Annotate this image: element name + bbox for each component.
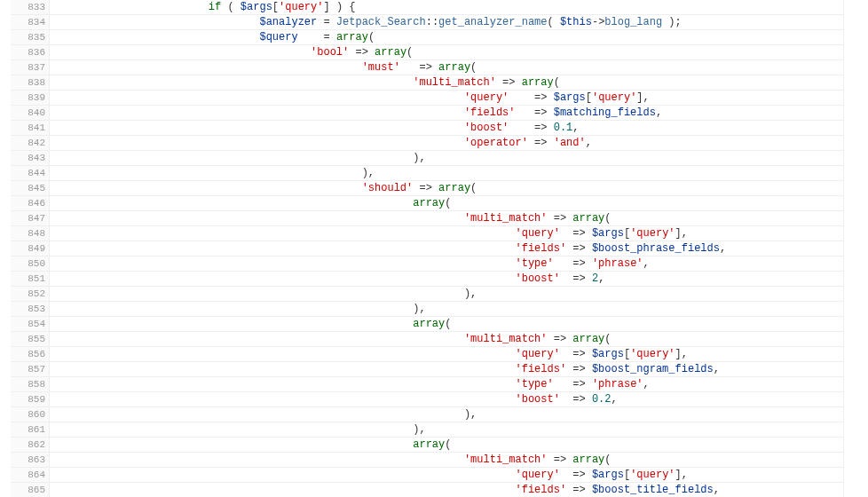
code-line[interactable]: 836 'bool' => array(: [11, 45, 844, 60]
code-cell: ),: [50, 166, 844, 180]
line-number[interactable]: 844: [11, 166, 50, 180]
code-line[interactable]: 851 'boost' => 2,: [11, 272, 844, 287]
line-number[interactable]: 842: [11, 136, 50, 150]
code-cell: 'query' => $args['query'],: [50, 347, 844, 361]
code-line[interactable]: 841 'boost' => 0.1,: [11, 121, 844, 136]
code-cell: if ( $args['query'] ) {: [50, 0, 844, 14]
code-line[interactable]: 864 'query' => $args['query'],: [11, 468, 844, 483]
line-number[interactable]: 833: [11, 0, 50, 14]
line-number[interactable]: 836: [11, 45, 50, 59]
line-number[interactable]: 865: [11, 483, 50, 497]
line-number[interactable]: 848: [11, 226, 50, 241]
line-number[interactable]: 864: [11, 468, 50, 482]
line-number[interactable]: 857: [11, 362, 50, 376]
code-cell: ),: [50, 422, 844, 437]
line-number[interactable]: 840: [11, 106, 50, 120]
code-line[interactable]: 850 'type' => 'phrase',: [11, 256, 844, 272]
code-cell: 'multi_match' => array(: [50, 211, 844, 225]
code-line[interactable]: 863 'multi_match' => array(: [11, 453, 844, 468]
line-number[interactable]: 837: [11, 60, 50, 75]
code-cell: 'fields' => $matching_fields,: [50, 106, 844, 120]
code-line[interactable]: 857 'fields' => $boost_ngram_fields,: [11, 362, 844, 377]
line-number[interactable]: 838: [11, 75, 50, 90]
code-cell: $analyzer = Jetpack_Search::get_analyzer…: [50, 15, 844, 29]
code-line[interactable]: 849 'fields' => $boost_phrase_fields,: [11, 241, 844, 256]
code-cell: 'query' => $args['query'],: [50, 91, 844, 105]
code-line[interactable]: 862 array(: [11, 438, 844, 453]
code-cell: 'fields' => $boost_title_fields,: [50, 483, 844, 497]
code-cell: array(: [50, 438, 844, 452]
code-cell: array(: [50, 196, 844, 210]
code-line[interactable]: 852 ),: [11, 287, 844, 302]
code-table: 833 if ( $args['query'] ) {834 $analyzer…: [11, 0, 844, 497]
code-line[interactable]: 839 'query' => $args['query'],: [11, 91, 844, 106]
code-line[interactable]: 835 $query = array(: [11, 30, 844, 45]
code-cell: ),: [50, 151, 844, 165]
line-number[interactable]: 853: [11, 302, 50, 316]
line-number[interactable]: 849: [11, 241, 50, 256]
code-cell: 'fields' => $boost_ngram_fields,: [50, 362, 844, 376]
code-cell: 'should' => array(: [50, 181, 844, 195]
code-cell: ),: [50, 287, 844, 301]
code-cell: ),: [50, 302, 844, 316]
code-line[interactable]: 843 ),: [11, 151, 844, 166]
code-cell: 'multi_match' => array(: [50, 453, 844, 467]
line-number[interactable]: 835: [11, 30, 50, 44]
code-line[interactable]: 853 ),: [11, 302, 844, 317]
line-number[interactable]: 834: [11, 15, 50, 29]
code-cell: 'operator' => 'and',: [50, 136, 844, 150]
code-cell: 'boost' => 0.2,: [50, 392, 844, 406]
code-line[interactable]: 859 'boost' => 0.2,: [11, 392, 844, 407]
line-number[interactable]: 860: [11, 407, 50, 422]
code-cell: 'boost' => 0.1,: [50, 121, 844, 135]
line-number[interactable]: 850: [11, 256, 50, 271]
code-line[interactable]: 846 array(: [11, 196, 844, 211]
code-cell: 'multi_match' => array(: [50, 332, 844, 346]
line-number[interactable]: 845: [11, 181, 50, 195]
code-cell: 'type' => 'phrase',: [50, 377, 844, 391]
code-line[interactable]: 845 'should' => array(: [11, 181, 844, 196]
line-number[interactable]: 852: [11, 287, 50, 301]
line-number[interactable]: 861: [11, 422, 50, 437]
code-line[interactable]: 854 array(: [11, 317, 844, 332]
code-cell: 'query' => $args['query'],: [50, 468, 844, 482]
code-cell: 'fields' => $boost_phrase_fields,: [50, 241, 844, 256]
line-number[interactable]: 843: [11, 151, 50, 165]
code-line[interactable]: 861 ),: [11, 422, 844, 438]
code-cell: 'multi_match' => array(: [50, 75, 844, 90]
code-line[interactable]: 847 'multi_match' => array(: [11, 211, 844, 226]
code-line[interactable]: 833 if ( $args['query'] ) {: [11, 0, 844, 15]
code-line[interactable]: 842 'operator' => 'and',: [11, 136, 844, 151]
code-line[interactable]: 848 'query' => $args['query'],: [11, 226, 844, 241]
line-number[interactable]: 854: [11, 317, 50, 331]
code-cell: 'must' => array(: [50, 60, 844, 75]
code-line[interactable]: 840 'fields' => $matching_fields,: [11, 106, 844, 121]
code-cell: $query = array(: [50, 30, 844, 44]
code-line[interactable]: 838 'multi_match' => array(: [11, 75, 844, 91]
code-line[interactable]: 855 'multi_match' => array(: [11, 332, 844, 347]
code-line[interactable]: 844 ),: [11, 166, 844, 181]
line-number[interactable]: 855: [11, 332, 50, 346]
code-line[interactable]: 837 'must' => array(: [11, 60, 844, 75]
code-line[interactable]: 834 $analyzer = Jetpack_Search::get_anal…: [11, 15, 844, 30]
code-cell: 'bool' => array(: [50, 45, 844, 59]
code-cell: ),: [50, 407, 844, 422]
line-number[interactable]: 862: [11, 438, 50, 452]
line-number[interactable]: 863: [11, 453, 50, 467]
code-line[interactable]: 860 ),: [11, 407, 844, 422]
line-number[interactable]: 839: [11, 91, 50, 105]
line-number[interactable]: 858: [11, 377, 50, 391]
code-cell: 'boost' => 2,: [50, 272, 844, 286]
line-number[interactable]: 846: [11, 196, 50, 210]
line-number[interactable]: 847: [11, 211, 50, 225]
code-cell: array(: [50, 317, 844, 331]
code-cell: 'query' => $args['query'],: [50, 226, 844, 241]
line-number[interactable]: 851: [11, 272, 50, 286]
code-line[interactable]: 865 'fields' => $boost_title_fields,: [11, 483, 844, 497]
code-line[interactable]: 858 'type' => 'phrase',: [11, 377, 844, 392]
code-cell: 'type' => 'phrase',: [50, 256, 844, 271]
line-number[interactable]: 859: [11, 392, 50, 406]
line-number[interactable]: 856: [11, 347, 50, 361]
line-number[interactable]: 841: [11, 121, 50, 135]
code-line[interactable]: 856 'query' => $args['query'],: [11, 347, 844, 362]
